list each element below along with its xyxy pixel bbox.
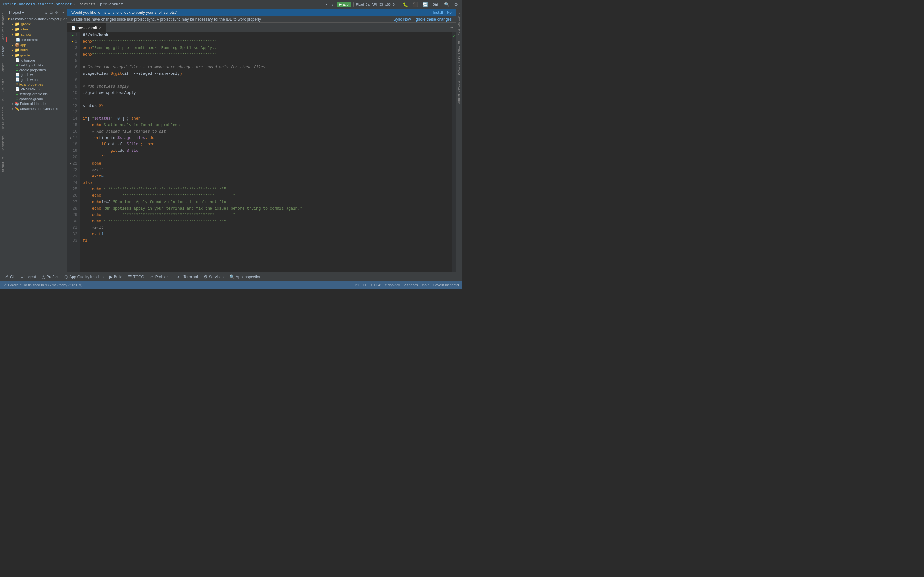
- tree-item-ext-libraries[interactable]: ▸ 📚 External Libraries: [6, 101, 67, 106]
- scripts-path[interactable]: .scripts: [77, 2, 95, 7]
- sidebar-item-pull-requests[interactable]: Pull Requests: [2, 76, 5, 104]
- app-inspection-button[interactable]: 🔍 App Inspection: [227, 274, 264, 280]
- sidebar-item-notifications[interactable]: Notifications: [457, 10, 461, 38]
- close-tab-button[interactable]: ✕: [99, 26, 102, 30]
- tree-item-scratches[interactable]: ▸ ✏️ Scratches and Consoles: [6, 106, 67, 111]
- tree-item-gitignore[interactable]: 📄 .gitignore: [6, 58, 67, 63]
- line-num-29: 29: [69, 212, 77, 219]
- logcat-button[interactable]: ≡ Logcat: [18, 274, 39, 280]
- debug-button[interactable]: 🐛: [401, 1, 409, 8]
- tab-menu-button[interactable]: ⋯: [448, 25, 456, 30]
- status-bar: ⎇ Gradle build finished in 986 ms (today…: [0, 281, 462, 288]
- app-inspection-icon: 🔍: [229, 274, 235, 279]
- tree-item-build[interactable]: ▸ 📁 build: [6, 47, 67, 53]
- profiler-button[interactable]: ◷ Profiler: [39, 274, 61, 280]
- charset[interactable]: UTF-8: [371, 283, 381, 287]
- sidebar-item-resource-manager[interactable]: Resource Manager: [2, 10, 5, 43]
- todo-icon: ☰: [128, 274, 132, 279]
- line-endings[interactable]: LF: [363, 283, 367, 287]
- sidebar-item-structure[interactable]: Structure: [2, 154, 5, 174]
- active-file-breadcrumb: pre-commit: [100, 2, 123, 7]
- line-num-10: 10: [69, 90, 77, 97]
- problems-button[interactable]: ⚠ Problems: [148, 274, 174, 280]
- code-line-7: stagedFiles=$(git diff --staged --name-o…: [83, 71, 449, 77]
- tab-precommit[interactable]: 📄 pre-commit ✕: [68, 23, 106, 32]
- code-line-22: #Exit: [83, 167, 449, 174]
- sidebar-item-running-devices[interactable]: Running Devices: [457, 78, 461, 109]
- tree-item-gradle-dir[interactable]: ▸ 📁 gradle: [6, 53, 67, 58]
- sidebar-item-device-file-explorer[interactable]: Device File Explorer: [457, 38, 461, 78]
- tree-item-idea[interactable]: ▸ 📁 .idea: [6, 27, 67, 32]
- tree-item-gradlewbat[interactable]: 📄 gradlew.bat: [6, 77, 67, 82]
- build-status: Gradle build finished in 986 ms (today 3…: [8, 283, 82, 287]
- sync-button[interactable]: 🔄: [421, 1, 429, 8]
- run-button[interactable]: ▶ app: [336, 2, 351, 7]
- no-shellcheck-button[interactable]: No: [447, 10, 452, 15]
- run-config-label: app: [343, 3, 348, 6]
- back-button[interactable]: ‹: [325, 1, 329, 8]
- tree-item-localprops[interactable]: ⚙ local.properties: [6, 82, 67, 87]
- sidebar-item-commit[interactable]: Commit: [2, 60, 5, 76]
- app-quality-icon: ⬡: [64, 274, 68, 279]
- services-icon: ⚙: [204, 274, 208, 279]
- sidebar-item-build-variants[interactable]: Build Variants: [2, 104, 5, 133]
- layout-inspector-label[interactable]: Layout Inspector: [433, 283, 459, 287]
- sidebar-item-project[interactable]: Project: [2, 43, 5, 60]
- collapse-all-button[interactable]: ⊟: [49, 11, 53, 15]
- tree-item-gradle[interactable]: ▸ 📁 .gradle: [6, 21, 67, 27]
- sidebar-item-bookmarks[interactable]: Bookmarks: [2, 133, 5, 154]
- app-quality-button[interactable]: ⬡ App Quality Insights: [62, 274, 106, 280]
- linter-indicator[interactable]: clang-tidy: [385, 283, 400, 287]
- code-line-16: # Add staged file changes to git: [83, 129, 449, 135]
- project-name[interactable]: kotlin-android-starter-project: [3, 2, 72, 7]
- git-button[interactable]: ⎇ Git: [1, 274, 17, 280]
- build-icon: ▶: [109, 274, 113, 279]
- tree-item-scripts[interactable]: ▾ 📁 .scripts: [6, 32, 67, 37]
- fold-arrow-17[interactable]: ▾: [69, 136, 72, 141]
- tree-item-spotless[interactable]: ⚙ spotless.gradle: [6, 96, 67, 101]
- tree-item-settingsgradle[interactable]: ⚙ settings.gradle.kts: [6, 92, 67, 96]
- stop-button[interactable]: ⬛: [411, 1, 419, 8]
- install-shellcheck-button[interactable]: Install: [433, 10, 443, 15]
- sync-now-button[interactable]: Sync Now: [394, 17, 411, 21]
- panel-options-button[interactable]: ⋯: [60, 11, 64, 15]
- locate-file-button[interactable]: ⊕: [44, 11, 48, 15]
- line-num-13: 13: [69, 110, 77, 116]
- git-status-icon: ⎇: [3, 283, 7, 287]
- tab-label: pre-commit: [78, 26, 97, 30]
- tree-item-gradlew[interactable]: 📄 gradlew: [6, 72, 67, 77]
- tree-item-readme[interactable]: 📄 README.md: [6, 87, 67, 92]
- problems-icon: ⚠: [150, 274, 154, 279]
- ignore-changes-button[interactable]: Ignore these changes: [415, 17, 452, 21]
- git-update-button[interactable]: Git:: [431, 1, 441, 8]
- terminal-button[interactable]: >_ Terminal: [175, 274, 201, 280]
- cursor-position[interactable]: 1:1: [354, 283, 359, 287]
- line-num-11: 11: [69, 97, 77, 103]
- code-line-17: for file in $stagedFiles; do: [83, 135, 449, 142]
- forward-button[interactable]: ›: [331, 1, 335, 8]
- code-content[interactable]: #!/bin/bash echo "**********************…: [80, 32, 452, 272]
- settings-button[interactable]: ⚙: [453, 1, 459, 8]
- tree-item-buildgradle[interactable]: ⚙ build.gradle.kts: [6, 63, 67, 68]
- app-quality-label: App Quality Insights: [69, 275, 104, 279]
- tree-item-gradleprops[interactable]: ⚙ gradle.properties: [6, 68, 67, 72]
- sync-message: Gradle files have changed since last pro…: [71, 17, 261, 21]
- bottom-toolbar: ⎇ Git ≡ Logcat ◷ Profiler ⬡ App Quality …: [0, 272, 462, 281]
- code-line-27: echo 1>&2 "Spotless Apply found violatio…: [83, 199, 449, 206]
- code-line-30: echo "**********************************…: [83, 219, 449, 225]
- branch-indicator[interactable]: main: [422, 283, 430, 287]
- breadcrumb: kotlin-android-starter-project › .script…: [3, 2, 123, 7]
- project-settings-button[interactable]: ⚙: [54, 11, 59, 15]
- device-selector[interactable]: Pixel_3a_API_33_x86_64: [353, 2, 400, 7]
- code-line-12: status=$?: [83, 103, 449, 110]
- search-button[interactable]: 🔍: [443, 1, 451, 8]
- fold-arrow-21[interactable]: ▾: [69, 161, 72, 166]
- tree-item-app[interactable]: ▸ 📦 app: [6, 42, 67, 47]
- build-button[interactable]: ▶ Build: [107, 274, 125, 280]
- line-num-14: 14: [69, 116, 77, 122]
- indent-setting[interactable]: 2 spaces: [404, 283, 418, 287]
- tree-item-precommit[interactable]: 📄 pre-commit: [6, 37, 67, 42]
- todo-button[interactable]: ☰ TODO: [126, 274, 146, 280]
- tree-item-root[interactable]: ▾ 🗂 kotlin-android-starter-project [Samp…: [6, 16, 67, 21]
- services-button[interactable]: ⚙ Services: [201, 274, 226, 280]
